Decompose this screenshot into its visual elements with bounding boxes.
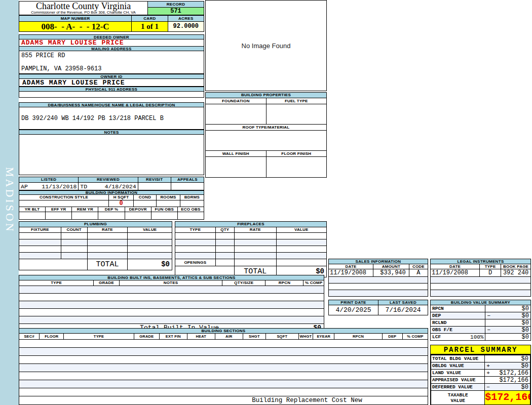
acres-value: 92.0000: [168, 22, 204, 31]
extfin-header: EXT FIN: [160, 334, 187, 339]
map-number-table: MAP NUMBER CARD ACRES 008- - A- - - 12-C…: [19, 15, 204, 32]
building-value-summary-title: BUILDING VALUE SUMMARY: [431, 300, 530, 305]
sec-header: SEC#: [19, 334, 39, 339]
remyr-header: REM YR: [72, 207, 98, 212]
building-value-summary-table: BUILDING VALUE SUMMARY RPCN $0 DEP − $0 …: [430, 300, 531, 341]
record-box: RECORD 571: [147, 1, 204, 15]
openings-label: OPENINGS: [175, 259, 215, 266]
shgt-header: SHGT: [243, 334, 265, 339]
whgt-header: WHGT: [299, 334, 313, 339]
print-date-value: 4/20/2025: [329, 305, 378, 315]
effyr-header: EFF YR: [46, 207, 71, 212]
foundation-value: [206, 104, 266, 124]
rpcn-header: RPCN: [334, 334, 382, 339]
parcel-row-value: − $0: [485, 384, 530, 390]
property-photo-placeholder: No Image Found: [205, 0, 327, 91]
built-ins-title: BUILDING BUILT INS, BASEMENTS, ATTICS & …: [19, 275, 324, 280]
wall-finish-value: [206, 157, 266, 177]
parcel-row-value: + $0: [485, 362, 530, 369]
last-saved-label: LAST SAVED: [378, 300, 428, 305]
roof-value: [206, 131, 326, 150]
cond-header: COND: [134, 195, 156, 200]
legal-instruments-title: LEGAL INSTRUMENTS: [431, 259, 530, 264]
legal-date-value: 11/19/2008: [431, 269, 479, 276]
depovr-header: DEPOVR: [125, 207, 151, 212]
fireplace-rate-header: RATE: [235, 227, 276, 232]
table-row: [329, 290, 428, 296]
reviewed-date: 4/18/2024: [105, 183, 136, 190]
floor-finish-value: [267, 157, 327, 177]
funobs-header: FUN OBS: [151, 207, 177, 212]
table-row: [329, 277, 428, 283]
fireplaces-title: FIREPLACES: [175, 222, 326, 227]
builtins-notes-header: NOTES: [120, 280, 222, 286]
floor-header: FLOOR: [40, 334, 63, 339]
appeals-value: [171, 183, 204, 190]
record-value: 571: [148, 8, 204, 15]
yrblt-header: YR BLT: [19, 207, 45, 212]
sales-title: SALES INFORMATION: [329, 259, 428, 264]
fixture-header: FIXTURE: [19, 227, 61, 232]
table-row: [19, 316, 324, 323]
card-label: CARD: [132, 16, 167, 21]
print-info-table: PRINT DATE LAST SAVED 4/20/2025 7/16/202…: [328, 300, 428, 315]
listed-date: 11/13/2018: [42, 183, 77, 190]
sales-information-table: SALES INFORMATION DATE AMOUNT CODE 11/19…: [328, 259, 428, 297]
parcel-row-value: + $172,166: [485, 370, 530, 376]
bvs-row-label: OBS F/E: [431, 327, 485, 333]
sales-amount-header: AMOUNT: [373, 264, 409, 269]
table-row: [329, 284, 428, 290]
parcel-row-label: APPRAISED VALUE: [431, 377, 484, 383]
sales-code-value: A: [409, 269, 428, 276]
bdrms-header: BDRMS: [180, 195, 204, 200]
floor-finish-label: FLOOR FINISH: [267, 151, 327, 156]
fireplace-type-header: TYPE: [175, 227, 215, 232]
count-header: COUNT: [61, 227, 87, 232]
fuel-type-value: [267, 104, 327, 124]
county-title: Charlotte County Virginia: [19, 2, 147, 11]
built-ins-table: BUILDING BUILT INS, BASEMENTS, ATTICS & …: [19, 275, 324, 333]
building-properties-title: BUILDING PROPERTIES: [206, 93, 326, 98]
fuel-type-label: FUEL TYPE: [267, 98, 327, 104]
table-row: [431, 290, 530, 296]
building-sections-table: BUILDING SECTIONS SEC# FLOOR TYPE GRADE …: [19, 328, 428, 405]
legal-type-value: D: [480, 269, 501, 276]
table-row: [431, 284, 530, 290]
fireplaces-table: FIREPLACES TYPE QTY RATE VALUE OPENINGS …: [175, 221, 327, 277]
parcel-row-label: OBLDG VALUE: [431, 362, 484, 369]
comp-header: % COMP: [403, 334, 428, 339]
parcel-summary: PARCEL SUMMARY TOTAL BLDG VALUE $0 OBLDG…: [430, 345, 531, 405]
plumbing-table: PLUMBING FIXTURE COUNT RATE VALUE TOTAL …: [19, 221, 172, 270]
parcel-row-label: TOTAL BLDG VALUE: [431, 355, 484, 362]
listed-value: AP 11/13/2018: [19, 183, 78, 190]
builtins-rpcn-header: RPCN: [265, 280, 303, 286]
record-label: RECORD: [148, 2, 204, 7]
legal-description-box: DB 392/240 WB 14/192 PB 13/218 PARCEL B: [19, 107, 204, 130]
legal-bookpage-value: 392 240: [501, 269, 530, 276]
mailing-address-line2: PAMPLIN, VA 23958-9613: [21, 65, 202, 72]
bvs-row-label: RCLND: [431, 319, 485, 326]
no-image-text: No Image Found: [242, 42, 291, 50]
bvs-row-label: LCF 100%: [431, 334, 485, 340]
building-sections-title: BUILDING SECTIONS: [19, 329, 428, 333]
plumbing-total-value: $0: [128, 259, 172, 270]
ecoobs-header: ECO OBS: [178, 207, 204, 212]
legal-instruments-table: LEGAL INSTRUMENTS DATE TYPE BOOK PAGE 11…: [430, 259, 531, 297]
table-row: [19, 294, 324, 301]
grade-header: GRADE: [134, 334, 159, 339]
building-sections-footer: Building Replacement Cost New: [19, 396, 428, 404]
reviewed-value: TD 4/18/2024: [79, 183, 137, 190]
legal-description-value: DB 392/240 WB 14/192 PB 13/218 PARCEL B: [19, 115, 164, 122]
last-saved-value: 7/16/2024: [378, 305, 428, 315]
building-information-row1: CONSTRUCTION STYLE H SQFT COND ROOMS BDR…: [19, 194, 204, 208]
builtins-qtysize-header: QTY/SIZE: [222, 280, 265, 286]
hsqft-header: H SQFT: [109, 195, 133, 200]
table-row: [19, 388, 428, 396]
builtins-grade-header: GRADE: [94, 280, 119, 286]
dep-header: DEP: [383, 334, 402, 339]
table-row: [19, 309, 324, 316]
taxable-value: $172,166: [485, 391, 530, 404]
parcel-row-value: $172,166: [485, 377, 530, 383]
sqft-header: SQFT: [266, 334, 298, 339]
taxable-value-label: TAXABLE VALUE: [431, 391, 484, 404]
